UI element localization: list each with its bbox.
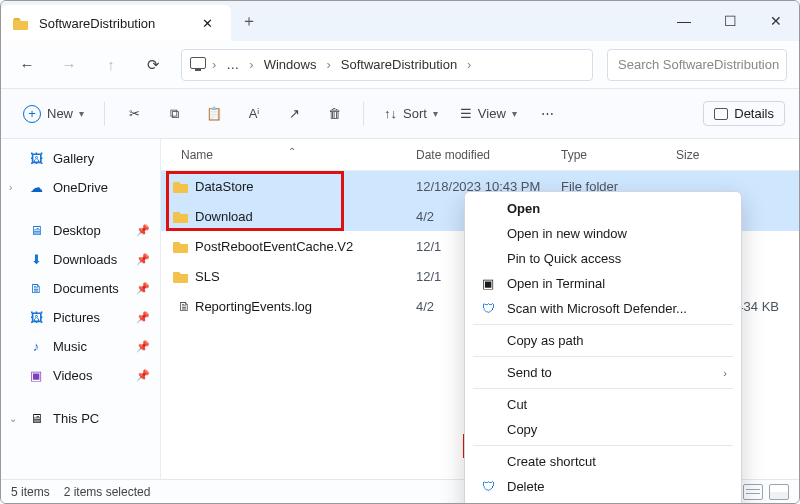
folder-icon xyxy=(173,269,195,283)
sidebar-item-music[interactable]: ♪ Music 📌 xyxy=(3,333,158,360)
pin-icon: 📌 xyxy=(136,369,150,382)
sidebar-item-label: Pictures xyxy=(53,310,100,325)
breadcrumb-more[interactable]: … xyxy=(222,55,243,74)
share-icon: ↗ xyxy=(289,106,300,121)
details-pane-button[interactable]: Details xyxy=(703,101,785,126)
ctx-copy-as-path[interactable]: Copy as path xyxy=(465,328,741,353)
new-button[interactable]: + New ▾ xyxy=(15,99,92,129)
sidebar-item-label: This PC xyxy=(53,411,99,426)
view-button[interactable]: ☰ View ▾ xyxy=(452,100,525,127)
pin-icon: 📌 xyxy=(136,311,150,324)
column-type[interactable]: Type xyxy=(561,148,676,162)
back-button[interactable]: ← xyxy=(13,51,41,79)
breadcrumb-softwaredistribution[interactable]: SoftwareDistribution xyxy=(337,55,461,74)
nav-bar: ← → ↑ ⟳ › … › Windows › SoftwareDistribu… xyxy=(1,41,799,89)
ctx-delete[interactable]: 🛡Delete xyxy=(465,474,741,499)
chevron-right-icon: › xyxy=(467,57,471,72)
ctx-create-shortcut[interactable]: Create shortcut xyxy=(465,449,741,474)
ctx-open-terminal[interactable]: ▣Open in Terminal xyxy=(465,271,741,296)
window-tab[interactable]: SoftwareDistribution ✕ xyxy=(1,5,231,41)
chevron-right-icon: › xyxy=(326,57,330,72)
sidebar-item-label: Downloads xyxy=(53,252,117,267)
sidebar-item-thispc[interactable]: ⌄ 🖥 This PC xyxy=(3,405,158,432)
sidebar-item-downloads[interactable]: ⬇ Downloads 📌 xyxy=(3,246,158,273)
documents-icon: 🗎 xyxy=(27,281,45,296)
chevron-down-icon: ▾ xyxy=(79,108,84,119)
ctx-copy[interactable]: Copy xyxy=(465,417,741,442)
ctx-open-new-window[interactable]: Open in new window xyxy=(465,221,741,246)
pin-icon: 📌 xyxy=(136,253,150,266)
details-icon xyxy=(714,108,728,120)
ctx-cut[interactable]: Cut xyxy=(465,392,741,417)
rename-icon: Aⁱ xyxy=(249,106,260,121)
menu-separator xyxy=(473,388,733,389)
view-details-button[interactable] xyxy=(743,484,763,500)
view-large-button[interactable] xyxy=(769,484,789,500)
column-size[interactable]: Size xyxy=(676,148,799,162)
scissors-icon: ✂ xyxy=(129,106,140,121)
new-label: New xyxy=(47,106,73,121)
sidebar-item-videos[interactable]: ▣ Videos 📌 xyxy=(3,362,158,389)
menu-separator xyxy=(473,324,733,325)
ctx-open[interactable]: Open xyxy=(465,196,741,221)
sidebar-item-gallery[interactable]: 🖼 Gallery xyxy=(3,145,158,172)
sidebar-item-label: Gallery xyxy=(53,151,94,166)
view-label: View xyxy=(478,106,506,121)
maximize-button[interactable]: ☐ xyxy=(707,1,753,41)
sidebar-item-documents[interactable]: 🗎 Documents 📌 xyxy=(3,275,158,302)
file-name: Download xyxy=(195,209,416,224)
pictures-icon: 🖼 xyxy=(27,310,45,325)
folder-icon xyxy=(173,209,195,223)
sidebar-item-label: Videos xyxy=(53,368,93,383)
tab-close-button[interactable]: ✕ xyxy=(196,14,219,33)
close-button[interactable]: ✕ xyxy=(753,1,799,41)
new-tab-button[interactable]: ＋ xyxy=(231,1,267,41)
folder-icon xyxy=(173,239,195,253)
separator xyxy=(363,102,364,126)
pin-icon: 📌 xyxy=(136,282,150,295)
shield-icon: 🛡 xyxy=(479,301,497,316)
address-bar[interactable]: › … › Windows › SoftwareDistribution › xyxy=(181,49,593,81)
onedrive-icon: ☁ xyxy=(27,180,45,195)
ctx-pin-quick-access[interactable]: Pin to Quick access xyxy=(465,246,741,271)
pc-icon: 🖥 xyxy=(27,411,45,426)
share-button[interactable]: ↗ xyxy=(277,100,311,127)
sidebar-item-onedrive[interactable]: › ☁ OneDrive xyxy=(3,174,158,201)
file-name: SLS xyxy=(195,269,416,284)
minimize-button[interactable]: ― xyxy=(661,1,707,41)
chevron-right-icon: › xyxy=(212,57,216,72)
ctx-scan-defender[interactable]: 🛡Scan with Microsoft Defender... xyxy=(465,296,741,321)
pc-icon xyxy=(190,57,206,72)
ctx-rename[interactable]: 🛡Rename xyxy=(465,499,741,504)
gallery-icon: 🖼 xyxy=(27,151,45,166)
more-button[interactable]: ⋯ xyxy=(531,100,565,127)
list-icon: ☰ xyxy=(460,106,472,121)
search-input[interactable]: Search SoftwareDistribution xyxy=(607,49,787,81)
ctx-send-to[interactable]: Send to› xyxy=(465,360,741,385)
plus-circle-icon: + xyxy=(23,105,41,123)
paste-button[interactable]: 📋 xyxy=(197,100,231,127)
copy-icon: ⧉ xyxy=(170,106,179,122)
cut-button[interactable]: ✂ xyxy=(117,100,151,127)
rename-button[interactable]: Aⁱ xyxy=(237,100,271,127)
sidebar-item-desktop[interactable]: 🖥 Desktop 📌 xyxy=(3,217,158,244)
desktop-icon: 🖥 xyxy=(27,223,45,238)
sort-button[interactable]: ↑↓ Sort ▾ xyxy=(376,100,446,127)
pin-icon: 📌 xyxy=(136,340,150,353)
navigation-pane: 🖼 Gallery › ☁ OneDrive 🖥 Desktop 📌 ⬇ Dow… xyxy=(1,139,161,479)
forward-button[interactable]: → xyxy=(55,51,83,79)
refresh-button[interactable]: ⟳ xyxy=(139,51,167,79)
breadcrumb-windows[interactable]: Windows xyxy=(260,55,321,74)
chevron-right-icon: › xyxy=(723,367,727,379)
up-button[interactable]: ↑ xyxy=(97,51,125,79)
chevron-down-icon: ▾ xyxy=(433,108,438,119)
column-date[interactable]: Date modified xyxy=(416,148,561,162)
sidebar-item-pictures[interactable]: 🖼 Pictures 📌 xyxy=(3,304,158,331)
file-name: ReportingEvents.log xyxy=(195,299,416,314)
sidebar-item-label: Desktop xyxy=(53,223,101,238)
chevron-right-icon: › xyxy=(249,57,253,72)
chevron-down-icon: ▾ xyxy=(512,108,517,119)
copy-button[interactable]: ⧉ xyxy=(157,100,191,128)
delete-button[interactable]: 🗑 xyxy=(317,100,351,127)
column-name[interactable]: Name⌃ xyxy=(161,148,416,162)
